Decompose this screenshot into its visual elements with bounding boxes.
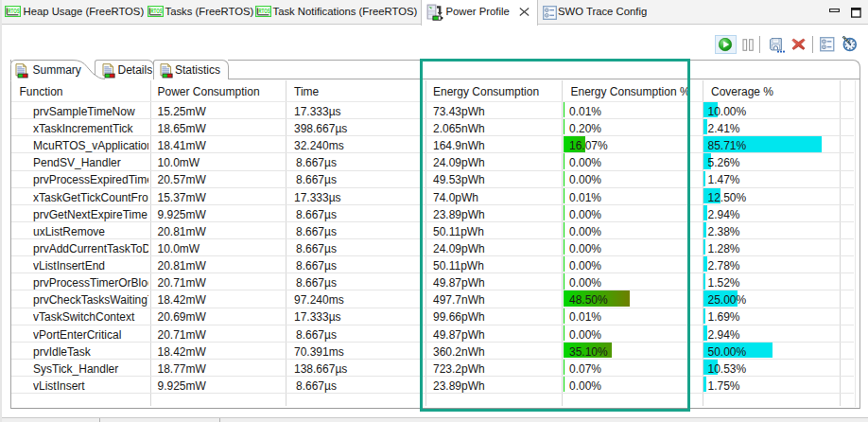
svg-text:RTOS: RTOS: [8, 7, 20, 15]
svg-text:RTOS: RTOS: [150, 7, 163, 15]
svg-text:RTOS: RTOS: [258, 7, 270, 15]
